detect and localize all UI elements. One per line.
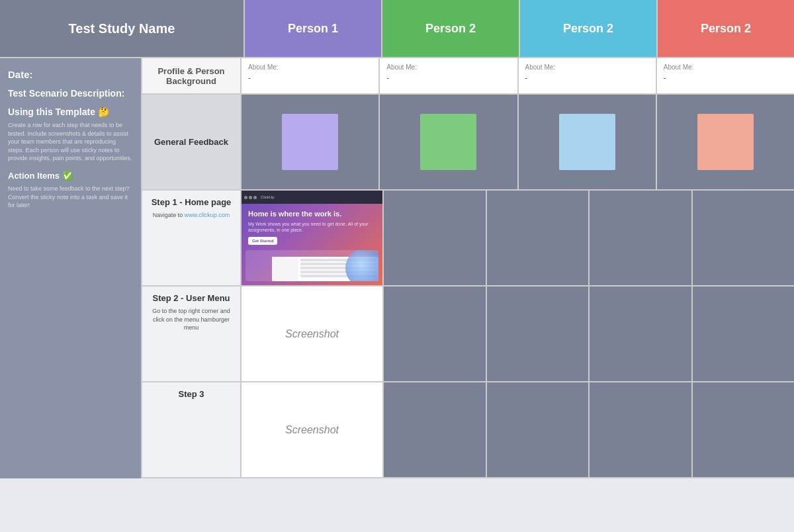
feedback-header: General Feedback — [142, 95, 242, 189]
step1-p2-cell — [487, 191, 590, 285]
feedback-person4-area — [657, 95, 794, 189]
step2-title: Step 2 - User Menu — [148, 293, 235, 303]
step1-data-cells — [384, 191, 794, 285]
clickup-ui-mockup — [245, 250, 378, 281]
step1-p1-cell — [384, 191, 487, 285]
profile-person4: About Me: - — [657, 58, 794, 93]
step1-instruction: Navigate to www.clickup.com — [148, 211, 235, 220]
clickup-cta: Get Started — [248, 237, 277, 245]
person2b-header: Person 2 — [520, 0, 658, 57]
study-name-header: Test Study Name — [0, 0, 245, 57]
step3-p3-cell — [590, 382, 693, 477]
feedback-person3-area — [519, 95, 657, 189]
profile-header: Profile & Person Background — [142, 58, 242, 93]
profile-p3-value: - — [525, 73, 649, 81]
feedback-person2-area — [380, 95, 518, 189]
person1-header: Person 1 — [245, 0, 382, 57]
step2-p4-cell — [693, 287, 795, 381]
sticky-note-pink — [697, 114, 754, 170]
dot1 — [244, 196, 247, 199]
scenario-label: Test Scenario Description: — [8, 88, 133, 99]
step3-data-cells — [384, 382, 794, 477]
template-title: Using this Template 🤔 — [8, 107, 133, 117]
profile-p3-label: About Me: — [525, 64, 649, 71]
step1-p4-cell — [693, 191, 795, 285]
step2-p3-cell — [590, 287, 693, 381]
step2-instruction: Go to the top right corner and click on … — [148, 307, 235, 332]
clickup-topbar: ClickUp — [242, 191, 382, 204]
step3-info: Step 3 — [142, 382, 242, 477]
clickup-ball — [345, 250, 378, 281]
action-body: Need to take some feedback to the next s… — [8, 185, 133, 210]
clickup-screenshot: ClickUp Home is where the work is. My Wo… — [242, 191, 382, 285]
content-area: Profile & Person Background About Me: - … — [142, 58, 794, 478]
step3-row: Step 3 Screenshot — [142, 382, 794, 478]
profile-p4-label: About Me: — [664, 64, 787, 71]
sticky-note-blue — [559, 114, 615, 170]
template-body: Create a row for each step that needs to… — [8, 121, 133, 163]
profile-person1: About Me: - — [242, 58, 380, 93]
profile-p2-label: About Me: — [386, 64, 510, 71]
sticky-note-green — [420, 114, 476, 170]
header-row: Test Study Name Person 1 Person 2 Person… — [0, 0, 794, 58]
step1-p3-cell — [590, 191, 693, 285]
clickup-sidebar-mini — [272, 257, 298, 281]
clickup-hero: Home is where the work is. My Work shows… — [242, 204, 382, 250]
step2-screenshot: Screenshot — [242, 287, 384, 381]
person2c-header: Person 2 — [658, 0, 794, 57]
step3-p2-cell — [487, 382, 590, 477]
step2-screenshot-label: Screenshot — [285, 328, 339, 340]
step3-screenshot: Screenshot — [242, 382, 384, 477]
main-area: Date: Test Scenario Description: Using t… — [0, 58, 794, 478]
sticky-note-purple — [282, 114, 338, 170]
step1-screenshot: ClickUp Home is where the work is. My Wo… — [242, 191, 384, 285]
feedback-person1-area — [242, 95, 380, 189]
step2-p2-cell — [487, 287, 590, 381]
profile-p4-value: - — [664, 73, 787, 81]
profile-person2: About Me: - — [380, 58, 518, 93]
step3-title: Step 3 — [148, 389, 235, 399]
person2a-header: Person 2 — [382, 0, 520, 57]
profile-p2-value: - — [386, 73, 510, 81]
profile-row: Profile & Person Background About Me: - … — [142, 58, 794, 95]
step3-p1-cell — [384, 382, 487, 477]
step1-title: Step 1 - Home page — [148, 197, 235, 207]
sidebar: Date: Test Scenario Description: Using t… — [0, 58, 142, 478]
step1-instruction-text: Navigate to — [153, 212, 185, 218]
clickup-topbar-text: ClickUp — [261, 195, 275, 199]
step2-data-cells — [384, 287, 794, 381]
action-title: Action Items ✅ — [8, 171, 133, 181]
step1-link[interactable]: www.clickup.com — [185, 212, 230, 218]
clickup-hero-title: Home is where the work is. — [248, 209, 376, 218]
profile-p1-value: - — [248, 73, 372, 81]
feedback-row: General Feedback — [142, 95, 794, 191]
step2-info: Step 2 - User Menu Go to the top right c… — [142, 287, 242, 381]
date-label: Date: — [8, 69, 133, 80]
step2-p1-cell — [384, 287, 487, 381]
dot3 — [253, 196, 257, 199]
step2-row: Step 2 - User Menu Go to the top right c… — [142, 287, 794, 382]
clickup-hero-body: My Work shows you what you need to get d… — [248, 221, 376, 233]
step3-p4-cell — [693, 382, 795, 477]
dot2 — [249, 196, 252, 199]
profile-p1-label: About Me: — [248, 64, 372, 71]
step1-row: Step 1 - Home page Navigate to www.click… — [142, 191, 794, 287]
profile-person3: About Me: - — [519, 58, 657, 93]
step3-screenshot-label: Screenshot — [285, 424, 339, 436]
step1-info: Step 1 - Home page Navigate to www.click… — [142, 191, 242, 285]
